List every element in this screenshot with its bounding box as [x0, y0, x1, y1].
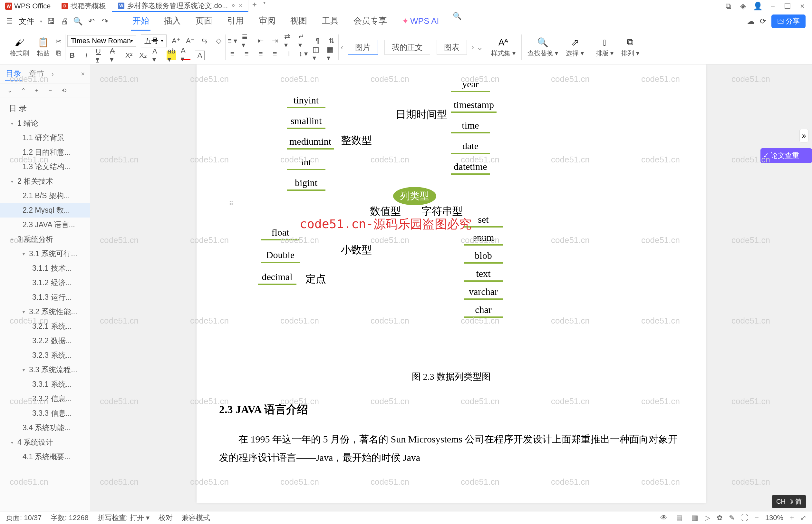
nav-tab-chapter[interactable]: 章节	[28, 67, 45, 80]
toc-item[interactable]: 3.3.3 信息...	[0, 406, 90, 421]
line-spacing-icon[interactable]: ↕ ▾	[298, 49, 308, 59]
bold-button[interactable]: B	[67, 51, 77, 60]
clear-format-icon[interactable]: ◇	[214, 36, 223, 46]
italic-button[interactable]: I	[82, 51, 91, 60]
toc-item[interactable]: 3.2.1 系统...	[0, 319, 90, 333]
borders-icon[interactable]: ▦ ▾	[327, 49, 336, 59]
style-nav-right-icon[interactable]: ›	[471, 43, 474, 52]
collapse-side-icon[interactable]: »	[799, 129, 808, 143]
tab-home[interactable]: 开始	[131, 12, 150, 31]
toc-item[interactable]: ▾2 相关技术	[0, 174, 90, 189]
numbering-icon[interactable]: ≣ ▾	[242, 36, 251, 46]
indent-icon[interactable]: ⇥	[270, 36, 280, 46]
multi-window-icon[interactable]: ⧉	[724, 2, 733, 11]
shrink-font-icon[interactable]: A⁻	[185, 36, 195, 46]
document-area[interactable]: ⠿ 列类型数值型整数型tinyintsmallintmediumintintbi…	[90, 64, 812, 512]
copy-icon[interactable]: ⎘	[53, 48, 63, 58]
show-marks-icon[interactable]: ¶	[313, 36, 322, 46]
cloud-icon[interactable]: ☁	[747, 17, 755, 26]
tab-wps-ai[interactable]: ✦WPS AI	[400, 12, 441, 31]
pin-icon[interactable]: ⚬	[230, 2, 236, 10]
align-button[interactable]: ⧉排列 ▾	[617, 33, 643, 62]
nav-tab-toc[interactable]: 目录	[5, 67, 22, 81]
toc-item[interactable]: ▾3.2 系统性能...	[0, 305, 90, 319]
text-effect-icon[interactable]: A ▾	[152, 51, 162, 60]
outdent-icon[interactable]: ⇤	[256, 36, 266, 46]
arrange-button[interactable]: ⫿排版 ▾	[592, 33, 618, 62]
font-select[interactable]: Times New Roman▾	[67, 35, 136, 47]
align-center-icon[interactable]: ≡	[242, 49, 251, 59]
cube-icon[interactable]: ◈	[739, 2, 748, 11]
bullets-icon[interactable]: ≡ ▾	[228, 36, 237, 46]
nav-arrow-icon[interactable]: ›	[52, 70, 54, 78]
paste-group[interactable]: 📋 粘贴	[33, 33, 53, 62]
toc-item[interactable]: ▾3.1 系统可行...	[0, 247, 90, 261]
tab-view[interactable]: 视图	[289, 12, 308, 31]
superscript-button[interactable]: X²	[124, 51, 134, 60]
style-expand-icon[interactable]: ⌄	[477, 43, 483, 52]
toc-item[interactable]: 3.3.2 信息...	[0, 392, 90, 406]
highlight-icon[interactable]: ab ▾	[167, 51, 176, 60]
hamburger-icon[interactable]: ☰	[6, 17, 13, 26]
share-button[interactable]: ⮹分享	[772, 15, 806, 28]
toc-item[interactable]: 3.1.1 技术...	[0, 261, 90, 276]
toc-item[interactable]: 3.2.3 系统...	[0, 348, 90, 362]
select-button[interactable]: ⬀选择 ▾	[562, 33, 588, 62]
format-painter-group[interactable]: 🖌 格式刷	[6, 33, 33, 62]
char-spacing-icon[interactable]: ⇄ ▾	[284, 36, 294, 46]
zoom-out-icon[interactable]: −	[755, 514, 759, 522]
tab-insert[interactable]: 插入	[163, 12, 182, 31]
style-nav-left-icon[interactable]: ‹	[341, 43, 343, 52]
style-body[interactable]: 我的正文	[384, 40, 430, 55]
word-count[interactable]: 字数: 12268	[51, 513, 88, 523]
print-layout-icon[interactable]: ▤	[674, 513, 685, 523]
toc-item[interactable]: 3.1.2 经济...	[0, 276, 90, 290]
tab-document[interactable]: W 乡村养老服务管理系统论文.do... ⚬ ×	[112, 0, 248, 12]
toc-item[interactable]: 3.4 系统功能...	[0, 421, 90, 435]
find-replace-button[interactable]: 🔍查找替换 ▾	[524, 33, 562, 62]
text-direction-icon[interactable]: ⇅	[327, 36, 336, 46]
tab-reference[interactable]: 引用	[226, 12, 245, 31]
expand-icon[interactable]: ⌃	[19, 87, 27, 95]
remove-icon[interactable]: −	[46, 87, 54, 95]
size-select[interactable]: 五号▾	[141, 34, 167, 47]
toc-item[interactable]: 1.3 论文结构...	[0, 160, 90, 174]
strike-button[interactable]: A̶ ▾	[110, 51, 119, 60]
play-icon[interactable]: ▷	[705, 514, 710, 522]
search-icon[interactable]: 🔍	[453, 12, 461, 31]
shading-icon[interactable]: ◫ ▾	[313, 49, 322, 59]
toc-item[interactable]: ▾4 系统设计	[0, 435, 90, 449]
qat-print-icon[interactable]: 🖨	[60, 16, 69, 26]
zoom-in-icon[interactable]: +	[790, 514, 794, 522]
fit-icon[interactable]: ⛶	[741, 514, 748, 522]
link-icon[interactable]: ⟲	[60, 87, 68, 95]
toc-item[interactable]: 3.1.3 运行...	[0, 290, 90, 305]
font-color-icon[interactable]: A ▾	[181, 51, 190, 60]
toc-item[interactable]: 1.1 研究背景	[0, 131, 90, 145]
toc-item[interactable]: 2.1 B/S 架构...	[0, 189, 90, 203]
distribute-icon[interactable]: ⫴	[284, 49, 294, 59]
tab-dropdown-icon[interactable]: ▾	[261, 0, 268, 12]
read-mode-icon[interactable]: 👁	[660, 514, 667, 522]
qat-undo-icon[interactable]: ↶	[87, 16, 96, 26]
spell-check-status[interactable]: 拼写检查: 打开 ▾	[98, 513, 150, 523]
zoom-level[interactable]: 130%	[765, 514, 783, 522]
toc-item[interactable]: 4.1 系统概要...	[0, 449, 90, 464]
close-window-icon[interactable]: ×	[798, 2, 807, 11]
tab-page[interactable]: 页面	[194, 12, 214, 31]
tab-member[interactable]: 会员专享	[352, 12, 388, 31]
qat-save-icon[interactable]: 🖫	[46, 16, 56, 26]
toc-item[interactable]: 3.2.2 数据...	[0, 333, 90, 348]
file-menu[interactable]: 文件	[17, 16, 36, 27]
char-shading-icon[interactable]: A	[195, 51, 204, 60]
collapse-icon[interactable]: ⌄	[6, 87, 14, 95]
grow-font-icon[interactable]: A⁺	[171, 36, 181, 46]
qat-preview-icon[interactable]: 🔍	[73, 16, 83, 26]
focus-icon[interactable]: ✿	[717, 514, 723, 522]
qat-redo-icon[interactable]: ↷	[100, 16, 110, 26]
page-indicator[interactable]: 页面: 10/37	[6, 513, 42, 523]
toc-item[interactable]: ▾3.3 系统流程...	[0, 362, 90, 377]
maximize-icon[interactable]: ☐	[783, 2, 792, 11]
toc-item[interactable]: 1.2 目的和意...	[0, 145, 90, 160]
toc-item[interactable]: 2.3 JAVA 语言...	[0, 217, 90, 232]
